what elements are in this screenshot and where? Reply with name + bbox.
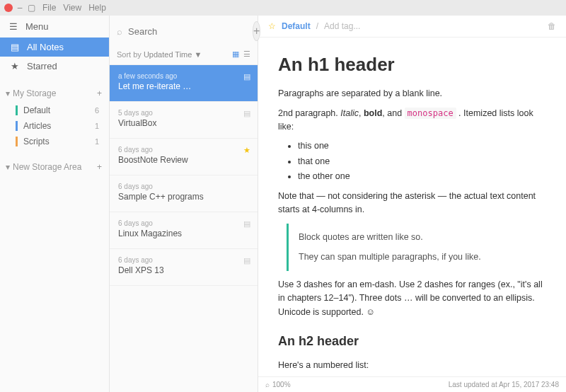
search-icon: ⌕ (117, 26, 122, 36)
maximize-icon[interactable]: ▢ (27, 4, 35, 12)
star-icon[interactable]: ☆ (268, 21, 276, 31)
titlebar: – ▢ File View Help (0, 0, 566, 16)
sidebar: ☰ Menu ▤ All Notes ★ Starred ▾My Storage… (0, 16, 110, 392)
paragraph: Here's a numbered list: (278, 359, 546, 372)
close-icon[interactable] (4, 4, 13, 12)
heading-1: An h1 header (278, 50, 546, 79)
chevron-down-icon: ▾ (6, 162, 10, 172)
sort-control[interactable]: Sort by Updated Time ▼ (117, 50, 202, 59)
folder-color-icon (16, 137, 18, 146)
note-title: Sample C++ programs (118, 192, 249, 202)
doc-icon: ▤ (243, 256, 250, 265)
last-updated: Last updated at Apr 15, 2017 23:48 (449, 381, 559, 388)
menu-label: Menu (25, 21, 49, 32)
note-time: 6 days ago (118, 146, 249, 154)
book-icon: ▤ (10, 42, 20, 52)
note-time: 6 days ago (118, 219, 249, 227)
status-bar: ⌕ 100% Last updated at Apr 15, 2017 23:4… (258, 376, 566, 392)
folder-color-icon (16, 105, 18, 115)
note-time: 6 days ago (118, 256, 249, 264)
heading-2: An h2 header (278, 332, 546, 352)
view-list-icon[interactable]: ☰ (243, 50, 250, 59)
nav-all-notes[interactable]: ▤ All Notes (0, 38, 109, 57)
star-icon: ★ (243, 146, 250, 155)
note-title: VirtualBox (118, 118, 249, 128)
note-content[interactable]: An h1 header Paragraphs are separated by… (258, 38, 566, 376)
view-grid-icon[interactable]: ▦ (232, 50, 239, 59)
note-title: Dell XPS 13 (118, 265, 249, 275)
paragraph: Use 3 dashes for an em-dash. Use 2 dashe… (278, 278, 546, 319)
search-input[interactable] (128, 26, 247, 37)
editor-pane: ☆ Default / Add tag... 🗑 An h1 header Pa… (258, 16, 566, 392)
folder-scripts[interactable]: Scripts 1 (0, 134, 109, 149)
note-item[interactable]: 6 days ago Linux Magazines ▤ (110, 212, 258, 249)
note-title: Let me re-iterate … (118, 81, 249, 91)
note-title: Linux Magazines (118, 229, 249, 238)
menu-toggle[interactable]: ☰ Menu (0, 16, 109, 38)
zoom-icon[interactable]: ⌕ (265, 381, 270, 388)
add-tag-input[interactable]: Add tag... (324, 21, 542, 31)
note-time: a few seconds ago (118, 72, 249, 80)
menu-view[interactable]: View (63, 3, 81, 13)
add-folder-icon[interactable]: + (97, 88, 102, 98)
minimize-icon[interactable]: – (16, 4, 24, 12)
doc-icon: ▤ (243, 72, 250, 81)
add-folder-icon[interactable]: + (97, 162, 102, 172)
doc-icon: ▤ (243, 109, 250, 118)
note-item[interactable]: 5 days ago VirtualBox ▤ (110, 102, 258, 139)
star-icon: ★ (10, 62, 20, 71)
bullet-list: this one that one the other one (298, 139, 546, 183)
chevron-down-icon: ▾ (6, 88, 10, 98)
menu-file[interactable]: File (42, 3, 56, 13)
storage-section[interactable]: ▾My Storage + (0, 84, 109, 103)
folder-default[interactable]: Default 6 (0, 103, 109, 118)
trash-icon[interactable]: 🗑 (548, 21, 556, 31)
note-title: BoostNote Review (118, 155, 249, 165)
blockquote: Block quotes are written like so. They c… (287, 224, 546, 271)
note-item[interactable]: 6 days ago Dell XPS 13 ▤ (110, 249, 258, 286)
note-time: 5 days ago (118, 109, 249, 117)
note-folder[interactable]: Default (282, 21, 311, 31)
folder-articles[interactable]: Articles 1 (0, 118, 109, 134)
paragraph: 2nd paragraph. Italic, bold, and monospa… (278, 107, 546, 134)
note-item[interactable]: 6 days ago BoostNote Review ★ (110, 139, 258, 175)
paragraph: Paragraphs are separated by a blank line… (278, 87, 546, 100)
note-item[interactable]: a few seconds ago Let me re-iterate … ▤ (110, 65, 258, 102)
note-time: 6 days ago (118, 183, 249, 190)
paragraph: Note that — not considering the asterisk… (278, 190, 546, 217)
doc-icon: ▤ (243, 219, 250, 229)
note-list: ⌕ + Sort by Updated Time ▼ ▦ ☰ a few sec… (110, 16, 258, 392)
hamburger-icon: ☰ (8, 22, 18, 32)
menu-help[interactable]: Help (88, 3, 106, 13)
nav-starred[interactable]: ★ Starred (0, 57, 109, 76)
folder-color-icon (16, 121, 18, 131)
note-item[interactable]: 6 days ago Sample C++ programs (110, 175, 258, 212)
zoom-level[interactable]: 100% (272, 381, 291, 388)
storage-section-2[interactable]: ▾New Storage Area + (0, 158, 109, 176)
